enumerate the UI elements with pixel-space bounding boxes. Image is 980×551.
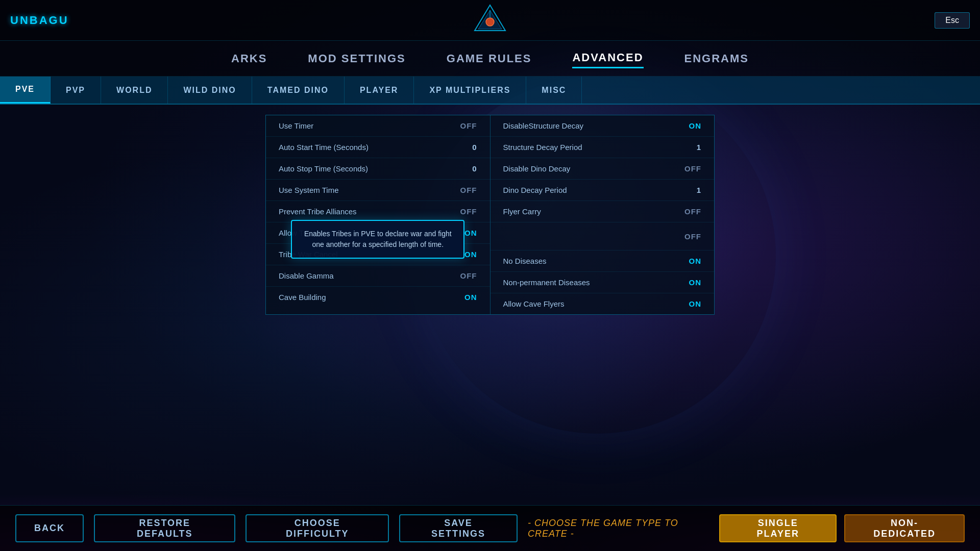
bottom-bar: BACK RESTORE DEFAULTS CHOOSE DIFFICULTY … — [0, 505, 980, 551]
nav-arks[interactable]: ARKS — [231, 49, 267, 68]
content-area: Use Timer OFF Auto Start Time (Seconds) … — [0, 105, 980, 505]
choose-difficulty-button[interactable]: CHOOSE DIFFICULTY — [246, 514, 389, 542]
subnav-pvp[interactable]: PVP — [51, 77, 101, 104]
choose-game-type-label: - CHOOSE THE GAME TYPE TO CREATE - — [528, 518, 712, 539]
setting-dino-decay-period: Dino Decay Period 1 — [491, 180, 715, 201]
subnav-xp-multipliers[interactable]: XP MULTIPLIERS — [414, 77, 526, 104]
tooltip-allow-tribe-war: Enables Tribes in PVE to declare war and… — [291, 220, 464, 259]
setting-auto-stop-time: Auto Stop Time (Seconds) 0 — [266, 158, 490, 180]
main-navigation: ARKS MOD SETTINGS GAME RULES ADVANCED EN… — [0, 41, 980, 77]
top-bar: UNBAGU Esc — [0, 0, 980, 41]
username-display: UNBAGU — [10, 14, 69, 27]
nav-game-rules[interactable]: GAME RULES — [447, 49, 532, 68]
setting-disable-gamma: Disable Gamma OFF — [266, 265, 490, 287]
subnav-wild-dino[interactable]: WILD DINO — [168, 77, 252, 104]
setting-auto-start-time: Auto Start Time (Seconds) 0 — [266, 137, 490, 158]
svg-point-2 — [486, 18, 494, 26]
settings-left-column: Use Timer OFF Auto Start Time (Seconds) … — [266, 115, 490, 314]
single-player-button[interactable]: SINGLE PLAYER — [719, 514, 837, 542]
back-button[interactable]: BACK — [15, 514, 84, 542]
nav-advanced[interactable]: ADVANCED — [572, 48, 643, 68]
setting-disable-structure-decay: DisableStructure Decay ON — [491, 115, 715, 137]
setting-allow-cave-flyers: Allow Cave Flyers ON — [491, 293, 715, 314]
nav-engrams[interactable]: ENGRAMS — [684, 49, 749, 68]
setting-use-system-time: Use System Time OFF — [266, 180, 490, 201]
subnav-player[interactable]: PLAYER — [345, 77, 414, 104]
non-dedicated-button[interactable]: NON-DEDICATED — [844, 514, 965, 542]
game-logo — [472, 3, 508, 40]
setting-cryopod-nerf: OFF — [491, 222, 715, 251]
setting-prevent-tribe-alliances: Prevent Tribe Alliances OFF — [266, 201, 490, 222]
setting-cave-building: Cave Building ON — [266, 287, 490, 308]
settings-right-column: DisableStructure Decay ON Structure Deca… — [490, 115, 715, 314]
subnav-misc[interactable]: MISC — [526, 77, 582, 104]
setting-flyer-carry: Flyer Carry OFF — [491, 201, 715, 222]
restore-defaults-button[interactable]: RESTORE DEFAULTS — [94, 514, 235, 542]
subnav-pve[interactable]: PVE — [0, 77, 51, 104]
nav-mod-settings[interactable]: MOD SETTINGS — [308, 49, 405, 68]
subnav-tamed-dino[interactable]: TAMED DINO — [252, 77, 345, 104]
setting-allow-tribe-war: Allow Tribe War ON Enables Tribes in PVE… — [266, 222, 490, 244]
esc-button[interactable]: Esc — [935, 12, 970, 29]
settings-panel: Use Timer OFF Auto Start Time (Seconds) … — [265, 115, 715, 315]
subnav-world[interactable]: WORLD — [101, 77, 168, 104]
save-settings-button[interactable]: SAVE SETTINGS — [399, 514, 518, 542]
setting-no-diseases: No Diseases ON — [491, 251, 715, 272]
setting-non-permanent-diseases: Non-permanent Diseases ON — [491, 272, 715, 293]
setting-structure-decay-period: Structure Decay Period 1 — [491, 137, 715, 158]
setting-disable-dino-decay: Disable Dino Decay OFF — [491, 158, 715, 180]
sub-navigation: PVE PVP WORLD WILD DINO TAMED DINO PLAYE… — [0, 77, 980, 105]
setting-use-timer: Use Timer OFF — [266, 115, 490, 137]
game-type-selector: - CHOOSE THE GAME TYPE TO CREATE - SINGL… — [528, 514, 965, 542]
